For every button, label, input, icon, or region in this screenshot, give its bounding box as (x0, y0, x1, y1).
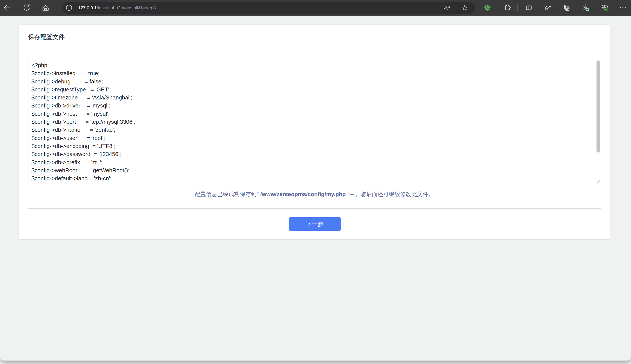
extensions-button[interactable] (502, 3, 512, 12)
textarea-resize-grip[interactable] (596, 180, 600, 183)
extension-germ-button[interactable] (483, 3, 492, 12)
config-file-path: /www/zentaopms/config/my.php (260, 191, 346, 198)
browser-toolbar: 127.0.0.1/install.php?m=install&f=step3 … (0, 0, 631, 16)
split-screen-button[interactable] (524, 3, 534, 12)
config-textarea[interactable] (28, 60, 601, 184)
url-host: 127.0.0.1 (78, 5, 97, 10)
favorites-list-button[interactable] (543, 3, 552, 12)
heart-pulse-icon (600, 3, 609, 12)
install-page: 保存配置文件 配置信息已经成功保存到" /www/zentaopms/confi… (0, 16, 631, 360)
info-icon (64, 10, 74, 13)
refresh-icon (22, 3, 31, 12)
back-button[interactable] (2, 3, 12, 12)
home-button[interactable] (41, 3, 50, 12)
svg-text:A: A (444, 4, 448, 11)
save-success-message: 配置信息已经成功保存到" /www/zentaopms/config/my.ph… (19, 190, 610, 198)
browser-essentials-button[interactable] (600, 3, 609, 12)
title-divider (28, 51, 601, 51)
germ-icon (483, 3, 492, 12)
next-step-button[interactable]: 下一步 (289, 217, 341, 231)
refresh-button[interactable] (22, 3, 31, 12)
puzzle-icon (502, 3, 512, 12)
browser-window: 127.0.0.1/install.php?m=install&f=step3 … (0, 0, 631, 360)
ellipsis-icon (618, 3, 628, 12)
home-icon (41, 3, 50, 12)
back-icon (2, 3, 12, 12)
split-screen-icon (524, 3, 534, 12)
read-aloud-icon: A (442, 10, 451, 13)
add-tab-to-collection-button[interactable] (562, 3, 571, 12)
star-list-icon (543, 3, 552, 12)
textarea-scrollbar-thumb[interactable] (596, 60, 600, 152)
footer-divider (28, 208, 601, 209)
settings-menu-button[interactable] (618, 3, 628, 12)
downloads-button[interactable] (581, 3, 590, 12)
url-path: /install.php?m=install&f=step3 (97, 5, 156, 10)
message-prefix: 配置信息已经成功保存到" (195, 191, 260, 198)
address-bar[interactable]: 127.0.0.1/install.php?m=install&f=step3 … (62, 2, 475, 14)
read-aloud-button[interactable]: A (442, 3, 451, 12)
message-suffix: "中。您后面还可继续修改此文件。 (346, 191, 434, 198)
url-text: 127.0.0.1/install.php?m=install&f=step3 (78, 2, 156, 14)
favorites-star-button[interactable] (460, 3, 470, 12)
copy-plus-icon (562, 3, 571, 12)
download-icon (581, 3, 590, 12)
page-title: 保存配置文件 (28, 33, 65, 42)
install-step-card: 保存配置文件 配置信息已经成功保存到" /www/zentaopms/confi… (19, 25, 610, 239)
star-icon (460, 10, 470, 13)
site-info-button[interactable] (64, 3, 74, 12)
toolbar-divider (517, 4, 518, 11)
